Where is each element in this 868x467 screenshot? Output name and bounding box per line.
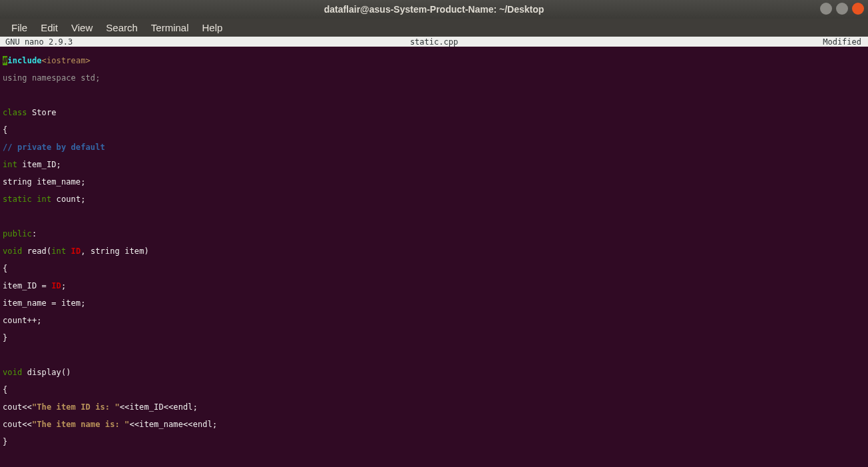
menu-view[interactable]: View xyxy=(65,21,99,35)
menu-edit[interactable]: Edit xyxy=(35,21,64,35)
menu-file[interactable]: File xyxy=(5,21,33,35)
close-button[interactable] xyxy=(852,3,864,15)
menu-search[interactable]: Search xyxy=(100,21,144,35)
window-title: dataflair@asus-System-Product-Name: ~/De… xyxy=(324,4,544,15)
maximize-button[interactable] xyxy=(836,3,848,15)
editor-area[interactable]: #include<iostream> using namespace std; … xyxy=(0,47,868,467)
minimize-button[interactable] xyxy=(820,3,832,15)
menubar: File Edit View Search Terminal Help xyxy=(0,19,868,37)
nano-version: GNU nano 2.9.3 xyxy=(5,37,73,47)
nano-filename: static.cpp xyxy=(410,37,458,47)
nano-status-bar: GNU nano 2.9.3 static.cpp Modified xyxy=(0,37,868,47)
menu-help[interactable]: Help xyxy=(196,21,229,35)
window-buttons xyxy=(820,3,864,15)
menu-terminal[interactable]: Terminal xyxy=(145,21,195,35)
window-titlebar: dataflair@asus-System-Product-Name: ~/De… xyxy=(0,0,868,19)
nano-modified: Modified xyxy=(823,37,861,47)
